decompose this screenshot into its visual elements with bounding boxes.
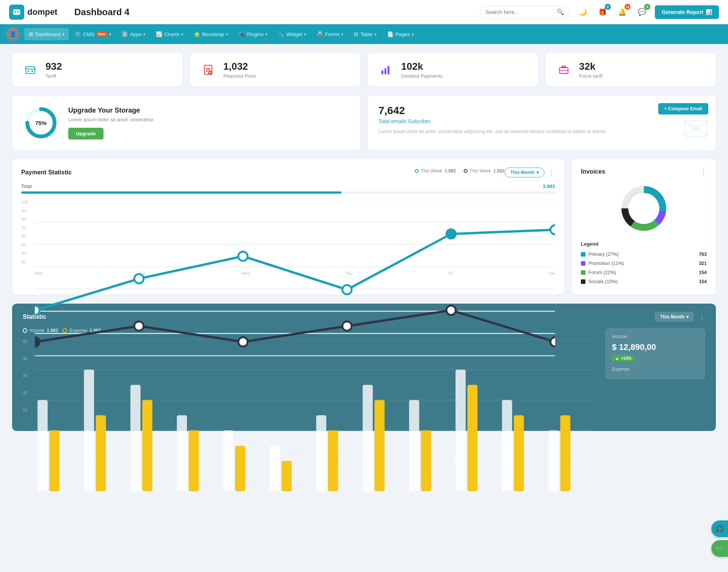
legend-dot-dark (464, 169, 468, 173)
nav-item-bootstrap[interactable]: ⭐ Bootstrap ▾ (189, 28, 232, 40)
this-month-button[interactable]: This Month ▾ (505, 168, 544, 177)
nav-item-charts[interactable]: 📈 Charts ▾ (151, 28, 188, 40)
svg-rect-61 (177, 415, 187, 491)
svg-rect-20 (564, 66, 566, 68)
nav-item-table[interactable]: ⊟ Table ▾ (349, 28, 381, 40)
svg-point-42 (446, 306, 456, 315)
legend-item-1: This Week 1.982 (415, 168, 456, 174)
svg-point-32 (35, 306, 39, 315)
chevron-down-icon-plugins: ▾ (265, 32, 267, 36)
nav-table-label: Table (360, 31, 372, 37)
total-value: 3.982 (543, 183, 555, 189)
socials-value: 154 (699, 279, 707, 284)
support-float-button[interactable]: 🎧 (711, 520, 728, 537)
stat-cards-grid: 932 Tariff 1,032 Required Price (12, 53, 716, 86)
chevron-down-icon-apps: ▾ (143, 32, 145, 36)
income-box: Income $ 12,890,00 ▲ +15% Expense (605, 328, 705, 379)
svg-point-39 (134, 321, 144, 331)
legend-row-promotion: Promotion (11%) 321 (581, 259, 707, 268)
svg-rect-69 (362, 385, 373, 491)
stat-info-detailed-payments: 102k Detalled Payments (401, 61, 442, 79)
nav-avatar: 👤 (6, 27, 20, 41)
cart-float-button[interactable]: 🛒 (711, 540, 728, 557)
storage-percent-label: 75% (35, 120, 47, 126)
chevron-down-icon-widget: ▾ (304, 32, 306, 36)
svg-rect-15 (384, 68, 386, 74)
stat-card-force-tariff: 32k Force tariff (546, 53, 716, 86)
invoices-header: Invoices ⋮ (581, 168, 707, 176)
svg-rect-64 (235, 446, 245, 491)
svg-point-34 (238, 252, 248, 261)
promotion-color-swatch (581, 261, 585, 266)
email-subscriber-count: 7,642 (378, 105, 705, 117)
bar-chart-svg (34, 339, 592, 491)
gift-btn[interactable]: 🎁 2 (596, 5, 609, 19)
chat-btn[interactable]: 💬 5 (635, 5, 649, 19)
svg-rect-56 (49, 431, 60, 491)
statistic-more-options[interactable]: ⋮ (698, 313, 705, 321)
forum-color-swatch (581, 270, 585, 275)
legend-value-2: 1.982 (493, 168, 505, 174)
income-change-badge: ▲ +15% (612, 355, 634, 361)
svg-rect-6 (31, 71, 33, 72)
dashboard-icon: ⊞ (29, 31, 33, 37)
nav-item-cms[interactable]: ⚙️ CMS New ▾ (70, 28, 116, 40)
detailed-payments-label: Detalled Payments (401, 73, 442, 79)
svg-point-49 (629, 194, 658, 223)
moon-btn[interactable]: 🌙 (576, 5, 590, 19)
chevron-down-icon-month: ▾ (537, 170, 539, 175)
generate-report-button[interactable]: Generate Report 📊 (655, 5, 719, 19)
svg-rect-2 (17, 11, 19, 13)
legend-label-2: This Week (470, 168, 491, 174)
chart-x-labels: Mon Tue Wed Thu Fri Sat (35, 271, 555, 276)
upgrade-button[interactable]: Upgrade (68, 128, 104, 139)
expense-box-label: Expense (612, 367, 698, 372)
force-tariff-value: 32k (579, 61, 602, 72)
nav-item-dashboard[interactable]: ⊞ Dashboard ▾ (24, 28, 69, 40)
nav-item-forms[interactable]: 🖨️ Forms ▾ (312, 28, 348, 40)
svg-rect-65 (270, 446, 280, 491)
cart-icon: 🛒 (715, 544, 724, 553)
arrow-up-icon: ▲ (615, 356, 619, 360)
detailed-payments-icon (377, 61, 395, 79)
invoices-more-options[interactable]: ⋮ (700, 168, 707, 176)
chat-badge: 5 (644, 4, 650, 10)
moon-icon: 🌙 (579, 8, 587, 16)
chevron-down-icon-bootstrap: ▾ (226, 32, 228, 36)
bell-btn[interactable]: 🔔 12 (615, 5, 629, 19)
force-tariff-label: Force tariff (579, 73, 602, 79)
svg-rect-77 (548, 431, 559, 491)
nav-apps-label: Apps (130, 31, 142, 37)
float-buttons: 🎧 🛒 (711, 520, 728, 557)
navbar: 👤 ⊞ Dashboard ▾ ⚙️ CMS New ▾ ℹ️ Apps ▾ 📈… (0, 24, 728, 44)
bell-badge: 12 (624, 4, 631, 10)
nav-cms-label: CMS (83, 31, 94, 37)
nav-item-plugins[interactable]: 🔌 Plugins ▾ (234, 28, 272, 40)
more-options-button[interactable]: ⋮ (548, 168, 555, 177)
invoices-legend: Legend Primary (27%) 763 Promotion (11%)… (581, 241, 707, 286)
svg-rect-17 (381, 65, 382, 66)
stat-info-required-price: 1,032 Required Price (223, 61, 256, 79)
total-label: Total (21, 183, 31, 189)
statistic-this-month-label: This Month (660, 314, 684, 320)
svg-rect-62 (189, 431, 199, 491)
statistic-this-month-button[interactable]: This Month ▾ (655, 312, 694, 322)
logo[interactable]: dompet (9, 5, 62, 20)
email-card: 7,642 Total emails Subcriber. Lorem ipsu… (368, 96, 716, 150)
svg-point-41 (342, 321, 352, 331)
search-box[interactable]: 🔍 (480, 6, 570, 18)
svg-rect-5 (28, 71, 29, 72)
headset-icon: 🎧 (715, 525, 724, 533)
nav-item-apps[interactable]: ℹ️ Apps ▾ (117, 28, 150, 40)
svg-rect-19 (562, 66, 563, 68)
invoices-card: Invoices ⋮ (572, 159, 716, 295)
line-chart-area: 100 90 80 70 60 50 40 30 (21, 200, 555, 276)
svg-rect-63 (223, 431, 234, 491)
search-input[interactable] (485, 9, 554, 15)
legend-row-primary: Primary (27%) 763 (581, 250, 707, 259)
nav-item-widget[interactable]: 🔧 Widget ▾ (273, 28, 311, 40)
nav-item-pages[interactable]: 📄 Pages ▾ (383, 28, 418, 40)
nav-charts-label: Charts (164, 31, 179, 37)
svg-rect-70 (375, 400, 385, 491)
bar-y-labels: 50 40 30 20 10 (23, 339, 32, 412)
